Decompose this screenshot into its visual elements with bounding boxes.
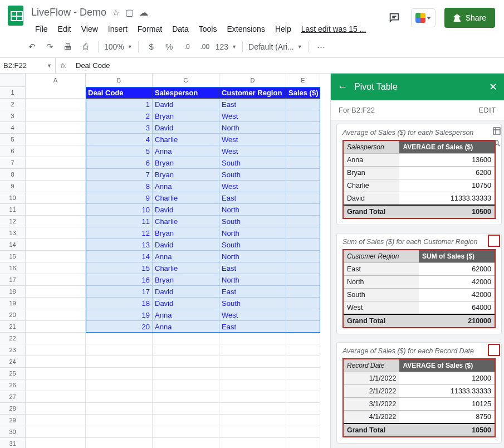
format-currency-icon[interactable]: $ <box>144 40 159 54</box>
row-header[interactable]: 16 <box>0 262 26 274</box>
row-header[interactable]: 14 <box>0 239 26 251</box>
cell[interactable]: Charlie <box>153 262 219 274</box>
row-header[interactable]: 28 <box>0 403 26 415</box>
row-header[interactable]: 8 <box>0 169 26 181</box>
cell[interactable]: Bryan <box>153 110 219 122</box>
cell[interactable]: Anna <box>153 251 219 262</box>
menu-tools[interactable]: Tools <box>195 22 221 36</box>
cell[interactable]: 1 <box>86 99 153 110</box>
cell[interactable] <box>286 286 320 298</box>
row-header[interactable]: 22 <box>0 333 26 344</box>
cell[interactable] <box>286 251 320 262</box>
cell[interactable] <box>26 403 86 415</box>
cell[interactable] <box>26 204 86 216</box>
cell[interactable] <box>286 344 320 356</box>
cell[interactable] <box>26 157 86 169</box>
cell[interactable]: 8 <box>86 181 153 192</box>
close-icon[interactable]: ✕ <box>489 81 497 93</box>
cell[interactable] <box>86 391 153 403</box>
cell[interactable]: David <box>153 298 219 309</box>
cell[interactable] <box>86 379 153 391</box>
cell[interactable] <box>26 391 86 403</box>
cell[interactable] <box>26 227 86 239</box>
row-header[interactable]: 27 <box>0 391 26 403</box>
cell[interactable]: Deal Code <box>86 87 153 99</box>
cell[interactable] <box>26 286 86 298</box>
font-select[interactable]: Default (Ari...▼ <box>248 42 302 51</box>
row-header[interactable]: 31 <box>0 438 26 448</box>
select-all-corner[interactable] <box>0 74 26 87</box>
cell[interactable] <box>219 333 286 344</box>
cell[interactable]: 3 <box>86 122 153 134</box>
cell[interactable] <box>286 333 320 344</box>
row-header[interactable]: 10 <box>0 192 26 204</box>
row-header[interactable]: 25 <box>0 368 26 379</box>
cell[interactable] <box>219 368 286 379</box>
cell[interactable]: East <box>219 321 286 333</box>
cell[interactable] <box>26 99 86 110</box>
undo-icon[interactable]: ↶ <box>25 40 39 54</box>
pivot-suggestion-card[interactable]: Sum of Sales ($) for each Customer Regio… <box>336 233 502 334</box>
cell[interactable] <box>286 379 320 391</box>
cell[interactable]: 20 <box>86 321 153 333</box>
menu-edit[interactable]: Edit <box>54 22 75 36</box>
cell[interactable]: 15 <box>86 262 153 274</box>
more-icon[interactable]: ⋯ <box>314 40 329 54</box>
sheets-logo[interactable] <box>4 4 27 27</box>
redo-icon[interactable]: ↷ <box>42 40 57 54</box>
row-header[interactable]: 7 <box>0 157 26 169</box>
cell[interactable] <box>26 298 86 309</box>
cell[interactable]: East <box>219 262 286 274</box>
menu-data[interactable]: Data <box>168 22 193 36</box>
cell[interactable] <box>219 379 286 391</box>
cell[interactable]: 18 <box>86 298 153 309</box>
cell[interactable] <box>286 274 320 286</box>
cell[interactable]: North <box>219 251 286 262</box>
cell[interactable] <box>153 438 219 448</box>
row-header[interactable]: 17 <box>0 274 26 286</box>
cell[interactable]: Anna <box>153 145 219 157</box>
cell[interactable] <box>219 426 286 438</box>
row-header[interactable]: 19 <box>0 298 26 309</box>
cell[interactable]: West <box>219 145 286 157</box>
zoom-select[interactable]: 100%▼ <box>104 42 133 51</box>
cell[interactable] <box>219 356 286 368</box>
cell[interactable]: South <box>219 216 286 227</box>
cell[interactable] <box>86 356 153 368</box>
cell[interactable] <box>153 333 219 344</box>
cell[interactable] <box>153 391 219 403</box>
cell[interactable]: 16 <box>86 274 153 286</box>
cell[interactable] <box>286 403 320 415</box>
cell[interactable]: David <box>153 122 219 134</box>
cell[interactable] <box>286 181 320 192</box>
cell[interactable] <box>153 368 219 379</box>
menu-format[interactable]: Format <box>134 22 166 36</box>
move-icon[interactable]: ▢ <box>125 7 134 18</box>
cell[interactable]: 9 <box>86 192 153 204</box>
cell[interactable] <box>153 426 219 438</box>
cell[interactable]: East <box>219 192 286 204</box>
cell[interactable] <box>219 403 286 415</box>
pivot-suggestion-card[interactable]: Average of Sales ($) for each Salesperso… <box>336 124 502 225</box>
cell[interactable] <box>86 415 153 426</box>
cell[interactable] <box>286 415 320 426</box>
cell[interactable]: Bryan <box>153 157 219 169</box>
comments-icon[interactable] <box>386 10 402 26</box>
cell[interactable] <box>286 426 320 438</box>
cell[interactable] <box>26 321 86 333</box>
cell[interactable] <box>26 216 86 227</box>
row-header[interactable]: 11 <box>0 204 26 216</box>
cell[interactable]: 10 <box>86 204 153 216</box>
cell[interactable] <box>26 368 86 379</box>
cell[interactable]: 7 <box>86 169 153 181</box>
cell[interactable]: 14 <box>86 251 153 262</box>
back-arrow-icon[interactable]: ← <box>337 81 348 93</box>
menu-help[interactable]: Help <box>271 22 295 36</box>
cell[interactable] <box>153 415 219 426</box>
cell[interactable] <box>86 438 153 448</box>
cell[interactable] <box>26 169 86 181</box>
more-formats-select[interactable]: 123▼ <box>216 42 237 51</box>
cell[interactable] <box>219 438 286 448</box>
cell[interactable]: South <box>219 239 286 251</box>
cell[interactable] <box>26 379 86 391</box>
